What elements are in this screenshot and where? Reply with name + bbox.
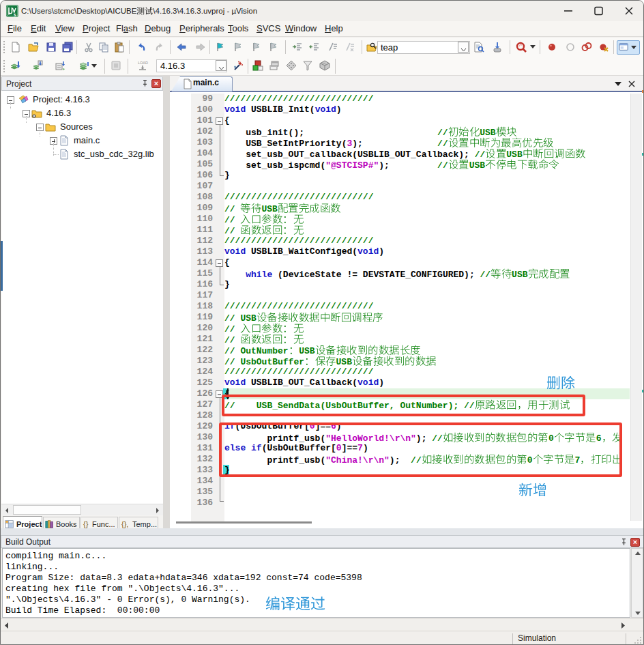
svg-text:LOAD: LOAD (138, 61, 148, 65)
svg-text:s: s (14, 12, 16, 17)
